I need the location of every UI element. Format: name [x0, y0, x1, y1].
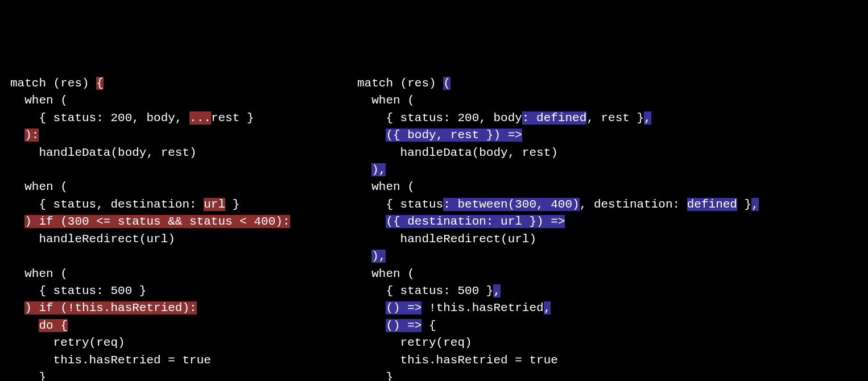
- code-highlight-blue: ),: [371, 250, 386, 263]
- code-text: handleRedirect(url): [357, 233, 536, 246]
- code-text: [10, 301, 24, 314]
- code-text: }: [357, 371, 393, 381]
- code-text: this.hasRetried = true: [357, 354, 558, 367]
- code-text: when (: [10, 267, 68, 280]
- code-highlight-blue: ,: [493, 284, 501, 297]
- code-highlight-red: url: [204, 198, 225, 211]
- code-text: }: [10, 371, 46, 381]
- code-highlight-blue: () =>: [386, 319, 421, 332]
- code-text: rest }: [211, 111, 254, 125]
- code-text: when (: [357, 94, 415, 107]
- code-highlight-red: {: [96, 77, 104, 90]
- code-text: when (: [357, 180, 415, 193]
- code-text: match (res): [357, 77, 443, 90]
- code-text: when (: [10, 180, 68, 193]
- code-text: }: [737, 198, 751, 211]
- code-text: { status, destination:: [10, 198, 204, 211]
- code-text: retry(req): [10, 336, 125, 349]
- code-text: handleData(body, rest): [10, 146, 197, 159]
- code-text: { status: 200, body: [357, 111, 522, 125]
- code-highlight-red: ) if (!this.hasRetried):: [24, 301, 196, 314]
- code-highlight-blue: ({ body, rest }) =>: [386, 129, 522, 142]
- code-text: [357, 301, 386, 314]
- code-highlight-blue: defined: [687, 198, 737, 211]
- code-comparison: match (res) { when ( { status: 200, body…: [10, 75, 858, 381]
- code-text: [357, 129, 386, 142]
- code-highlight-red: ...: [189, 111, 211, 125]
- code-text: retry(req): [357, 336, 472, 349]
- code-highlight-red: ):: [24, 129, 39, 142]
- code-highlight-blue: ,: [644, 111, 651, 125]
- code-highlight-blue: ),: [371, 163, 386, 176]
- code-highlight-red: do {: [39, 319, 67, 332]
- code-text: {: [421, 319, 436, 332]
- code-highlight-blue: ({ destination: url }) =>: [386, 215, 565, 228]
- code-text: { status: 500 }: [10, 284, 146, 297]
- code-text: match (res): [10, 77, 96, 90]
- code-highlight-blue: : defined: [522, 111, 586, 125]
- code-text: [357, 250, 371, 263]
- code-text: !this.hasRetried: [421, 301, 543, 314]
- code-text: }: [225, 198, 239, 211]
- left-code-block: match (res) { when ( { status: 200, body…: [10, 75, 357, 381]
- code-text: [10, 129, 24, 142]
- code-text: [10, 319, 39, 332]
- code-text: handleRedirect(url): [10, 233, 175, 246]
- code-highlight-red: ) if (300 <= status && status < 400):: [24, 215, 290, 228]
- code-text: [10, 215, 24, 228]
- code-highlight-blue: : between(300, 400): [443, 198, 579, 211]
- code-text: , rest }: [586, 111, 644, 125]
- code-text: [357, 215, 386, 228]
- code-text: handleData(body, rest): [357, 146, 558, 159]
- code-text: this.hasRetried = true: [10, 354, 211, 367]
- code-text: when (: [10, 94, 68, 107]
- right-code-block: match (res) ( when ( { status: 200, body…: [357, 75, 868, 381]
- code-highlight-blue: ,: [751, 198, 759, 211]
- code-text: { status: 200, body,: [10, 111, 189, 125]
- code-text: when (: [357, 267, 415, 280]
- code-text: { status: 500 }: [357, 284, 493, 297]
- code-text: [357, 319, 386, 332]
- code-highlight-blue: () =>: [386, 301, 421, 314]
- code-highlight-blue: ,: [544, 301, 551, 314]
- code-text: , destination:: [580, 198, 687, 211]
- code-highlight-blue: (: [443, 77, 450, 90]
- code-text: [357, 163, 371, 176]
- code-text: { status: [357, 198, 443, 211]
